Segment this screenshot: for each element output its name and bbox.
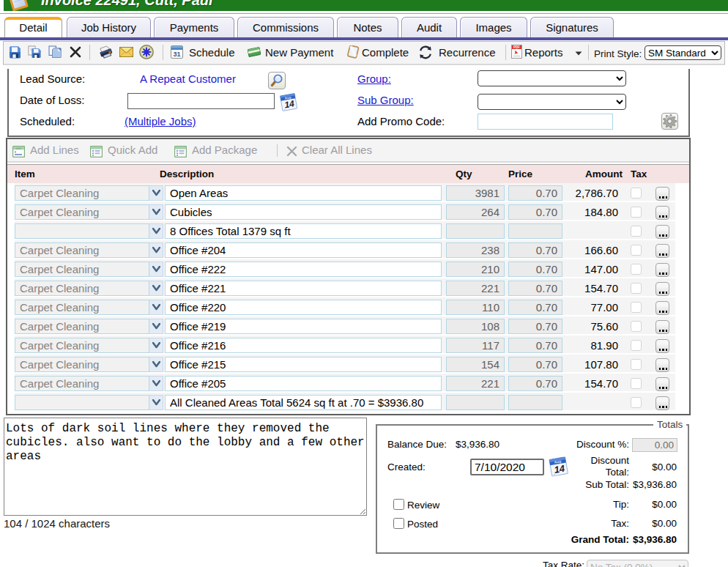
svg-text:14: 14 bbox=[283, 98, 295, 110]
svg-text:PDF: PDF bbox=[513, 45, 520, 49]
svg-text:= Ln: = Ln bbox=[16, 147, 21, 150]
svg-text:31: 31 bbox=[173, 51, 180, 58]
